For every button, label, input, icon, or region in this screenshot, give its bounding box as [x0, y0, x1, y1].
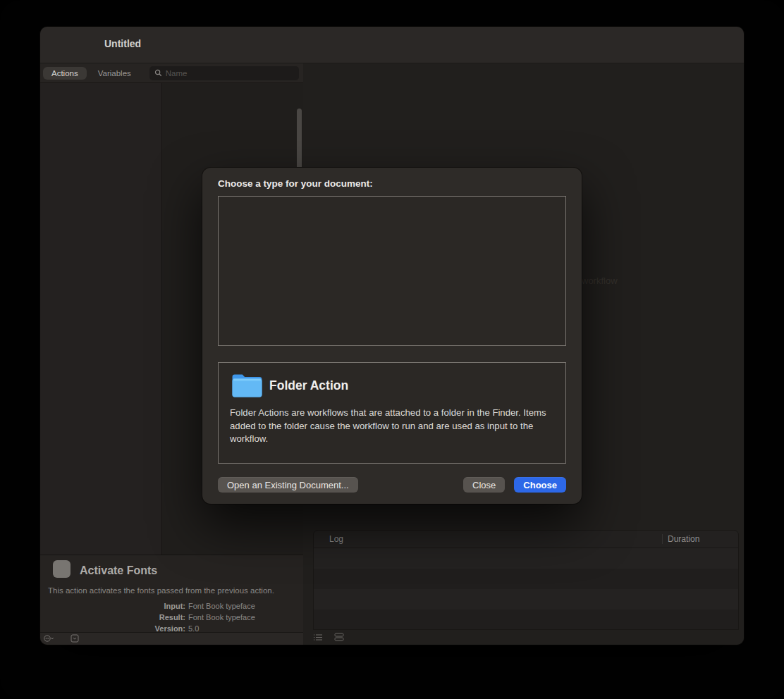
log-header-row: Log Duration: [314, 531, 738, 548]
document-type-grid: [218, 196, 566, 346]
log-empty-row: [314, 610, 738, 630]
tab-variables[interactable]: Variables: [90, 67, 140, 80]
action-input-row: Input:Font Book typeface: [40, 602, 303, 610]
open-existing-document-button[interactable]: Open an Existing Document...: [218, 477, 358, 493]
blue-folder-icon: [231, 372, 264, 402]
dialog-title: Choose a type for your document:: [218, 178, 373, 189]
choose-document-type-dialog: Choose a type for your document: Folder …: [202, 168, 582, 504]
action-result-row: Result:Font Book typeface: [40, 613, 303, 621]
search-placeholder: Name: [166, 69, 188, 78]
close-window-button[interactable]: [54, 40, 63, 49]
collapse-panel-icon[interactable]: [71, 633, 79, 645]
smart-group-menu-icon[interactable]: [44, 633, 54, 645]
selected-type-description: Folder Actions are workflows that are at…: [230, 407, 558, 446]
close-button[interactable]: Close: [463, 477, 505, 493]
library-header: Actions Variables Name: [40, 63, 303, 83]
selected-action-description: This action activates the fonts passed f…: [48, 586, 298, 595]
tab-actions[interactable]: Actions: [43, 67, 87, 80]
show-variables-panel-icon[interactable]: [334, 631, 344, 644]
action-info-panel: Activate Fonts This action activates the…: [40, 555, 303, 632]
log-column-header[interactable]: Log: [314, 534, 662, 544]
title-bar: Untitled: [40, 27, 744, 63]
log-empty-row: [314, 569, 738, 589]
screenshot-root: Untitled Actions Variables Name: [0, 0, 784, 699]
show-log-list-icon[interactable]: [313, 631, 323, 644]
log-empty-row: [314, 548, 738, 569]
log-panel: Log Duration: [313, 530, 739, 630]
traffic-lights: [54, 40, 93, 49]
minimize-window-button[interactable]: [69, 40, 78, 49]
library-sidebar: [40, 83, 162, 555]
choose-button[interactable]: Choose: [514, 477, 566, 493]
selected-type-title: Folder Action: [269, 378, 348, 393]
zoom-window-button[interactable]: [84, 40, 93, 49]
canvas-bottom-bar: [313, 631, 344, 644]
selected-type-description-box: Folder Action Folder Actions are workflo…: [218, 362, 566, 464]
search-icon: [154, 67, 162, 80]
dialog-button-row: Open an Existing Document... Close Choos…: [218, 477, 566, 493]
search-input[interactable]: Name: [149, 66, 299, 80]
canvas-hint-fragment: workflow: [582, 276, 618, 286]
log-empty-row: [314, 589, 738, 610]
selected-action-title: Activate Fonts: [80, 564, 157, 577]
font-book-icon: [52, 559, 71, 581]
window-title: Untitled: [104, 38, 141, 49]
left-bottom-bar: [40, 632, 303, 645]
duration-column-header[interactable]: Duration: [662, 534, 738, 544]
